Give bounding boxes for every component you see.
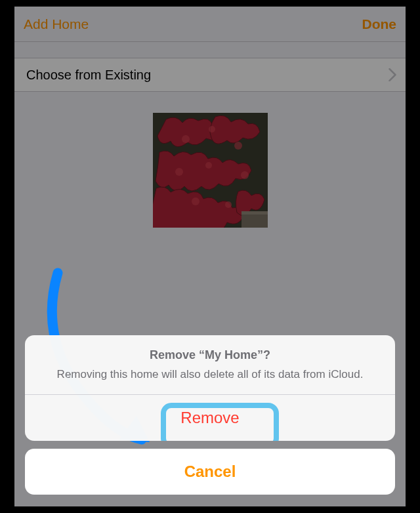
action-sheet-header: Remove “My Home”? Removing this home wil… bbox=[25, 335, 395, 394]
action-sheet-title: Remove “My Home”? bbox=[38, 348, 382, 362]
action-sheet-panel: Remove “My Home”? Removing this home wil… bbox=[25, 335, 395, 441]
cancel-panel: Cancel bbox=[25, 449, 395, 495]
cancel-button[interactable]: Cancel bbox=[25, 449, 395, 495]
remove-button[interactable]: Remove bbox=[25, 395, 395, 441]
action-sheet-message: Removing this home will also delete all … bbox=[38, 367, 382, 382]
action-sheet: Remove “My Home”? Removing this home wil… bbox=[25, 335, 395, 495]
